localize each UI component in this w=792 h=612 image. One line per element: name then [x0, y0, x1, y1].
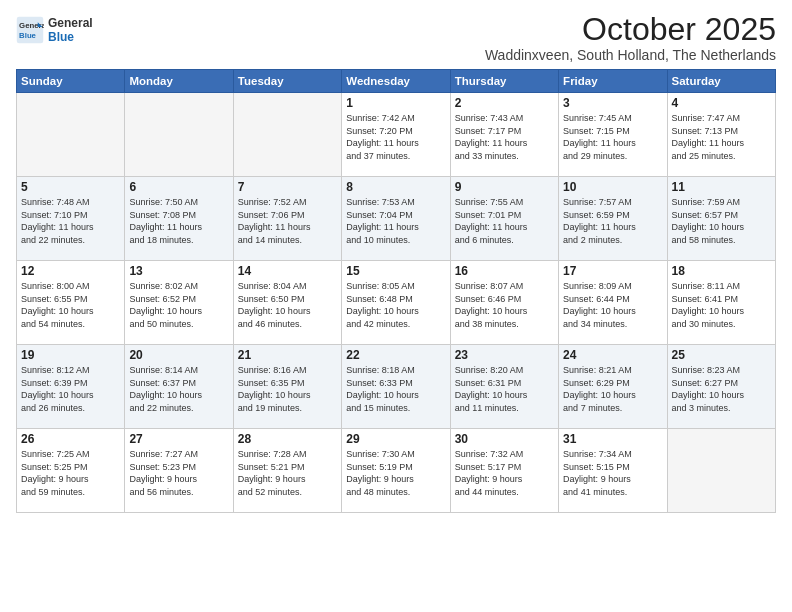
table-row: 16Sunrise: 8:07 AMSunset: 6:46 PMDayligh… [450, 261, 558, 345]
table-row: 29Sunrise: 7:30 AMSunset: 5:19 PMDayligh… [342, 429, 450, 513]
table-row: 14Sunrise: 8:04 AMSunset: 6:50 PMDayligh… [233, 261, 341, 345]
table-row: 13Sunrise: 8:02 AMSunset: 6:52 PMDayligh… [125, 261, 233, 345]
day-info: Sunrise: 8:09 AMSunset: 6:44 PMDaylight:… [563, 280, 662, 330]
header-friday: Friday [559, 70, 667, 93]
calendar-table: Sunday Monday Tuesday Wednesday Thursday… [16, 69, 776, 513]
header-thursday: Thursday [450, 70, 558, 93]
table-row: 1Sunrise: 7:42 AMSunset: 7:20 PMDaylight… [342, 93, 450, 177]
table-row: 7Sunrise: 7:52 AMSunset: 7:06 PMDaylight… [233, 177, 341, 261]
table-row: 28Sunrise: 7:28 AMSunset: 5:21 PMDayligh… [233, 429, 341, 513]
day-info: Sunrise: 8:18 AMSunset: 6:33 PMDaylight:… [346, 364, 445, 414]
table-row [233, 93, 341, 177]
day-info: Sunrise: 7:53 AMSunset: 7:04 PMDaylight:… [346, 196, 445, 246]
table-row: 9Sunrise: 7:55 AMSunset: 7:01 PMDaylight… [450, 177, 558, 261]
day-info: Sunrise: 7:34 AMSunset: 5:15 PMDaylight:… [563, 448, 662, 498]
day-number: 31 [563, 432, 662, 446]
day-number: 23 [455, 348, 554, 362]
location: Waddinxveen, South Holland, The Netherla… [485, 47, 776, 63]
day-info: Sunrise: 7:48 AMSunset: 7:10 PMDaylight:… [21, 196, 120, 246]
day-info: Sunrise: 7:55 AMSunset: 7:01 PMDaylight:… [455, 196, 554, 246]
title-block: October 2025 Waddinxveen, South Holland,… [485, 12, 776, 63]
calendar-week-row: 1Sunrise: 7:42 AMSunset: 7:20 PMDaylight… [17, 93, 776, 177]
day-number: 3 [563, 96, 662, 110]
header-monday: Monday [125, 70, 233, 93]
table-row: 11Sunrise: 7:59 AMSunset: 6:57 PMDayligh… [667, 177, 775, 261]
day-number: 9 [455, 180, 554, 194]
table-row [17, 93, 125, 177]
table-row: 19Sunrise: 8:12 AMSunset: 6:39 PMDayligh… [17, 345, 125, 429]
day-info: Sunrise: 7:59 AMSunset: 6:57 PMDaylight:… [672, 196, 771, 246]
day-number: 6 [129, 180, 228, 194]
header-saturday: Saturday [667, 70, 775, 93]
day-number: 25 [672, 348, 771, 362]
table-row: 21Sunrise: 8:16 AMSunset: 6:35 PMDayligh… [233, 345, 341, 429]
svg-text:Blue: Blue [19, 31, 37, 40]
header-sunday: Sunday [17, 70, 125, 93]
table-row [125, 93, 233, 177]
table-row: 3Sunrise: 7:45 AMSunset: 7:15 PMDaylight… [559, 93, 667, 177]
day-info: Sunrise: 8:14 AMSunset: 6:37 PMDaylight:… [129, 364, 228, 414]
day-info: Sunrise: 8:04 AMSunset: 6:50 PMDaylight:… [238, 280, 337, 330]
day-number: 20 [129, 348, 228, 362]
calendar-week-row: 26Sunrise: 7:25 AMSunset: 5:25 PMDayligh… [17, 429, 776, 513]
table-row: 4Sunrise: 7:47 AMSunset: 7:13 PMDaylight… [667, 93, 775, 177]
day-info: Sunrise: 8:20 AMSunset: 6:31 PMDaylight:… [455, 364, 554, 414]
logo: General Blue General Blue [16, 16, 93, 44]
day-number: 11 [672, 180, 771, 194]
weekday-header-row: Sunday Monday Tuesday Wednesday Thursday… [17, 70, 776, 93]
day-number: 30 [455, 432, 554, 446]
table-row: 25Sunrise: 8:23 AMSunset: 6:27 PMDayligh… [667, 345, 775, 429]
day-info: Sunrise: 8:00 AMSunset: 6:55 PMDaylight:… [21, 280, 120, 330]
day-info: Sunrise: 7:27 AMSunset: 5:23 PMDaylight:… [129, 448, 228, 498]
day-number: 19 [21, 348, 120, 362]
day-info: Sunrise: 7:25 AMSunset: 5:25 PMDaylight:… [21, 448, 120, 498]
day-info: Sunrise: 8:05 AMSunset: 6:48 PMDaylight:… [346, 280, 445, 330]
table-row: 8Sunrise: 7:53 AMSunset: 7:04 PMDaylight… [342, 177, 450, 261]
day-number: 14 [238, 264, 337, 278]
table-row: 18Sunrise: 8:11 AMSunset: 6:41 PMDayligh… [667, 261, 775, 345]
table-row: 12Sunrise: 8:00 AMSunset: 6:55 PMDayligh… [17, 261, 125, 345]
table-row: 26Sunrise: 7:25 AMSunset: 5:25 PMDayligh… [17, 429, 125, 513]
calendar-week-row: 19Sunrise: 8:12 AMSunset: 6:39 PMDayligh… [17, 345, 776, 429]
day-info: Sunrise: 8:12 AMSunset: 6:39 PMDaylight:… [21, 364, 120, 414]
table-row: 2Sunrise: 7:43 AMSunset: 7:17 PMDaylight… [450, 93, 558, 177]
table-row: 20Sunrise: 8:14 AMSunset: 6:37 PMDayligh… [125, 345, 233, 429]
day-info: Sunrise: 8:23 AMSunset: 6:27 PMDaylight:… [672, 364, 771, 414]
table-row: 5Sunrise: 7:48 AMSunset: 7:10 PMDaylight… [17, 177, 125, 261]
day-number: 1 [346, 96, 445, 110]
table-row: 17Sunrise: 8:09 AMSunset: 6:44 PMDayligh… [559, 261, 667, 345]
day-number: 5 [21, 180, 120, 194]
table-row: 6Sunrise: 7:50 AMSunset: 7:08 PMDaylight… [125, 177, 233, 261]
calendar-week-row: 12Sunrise: 8:00 AMSunset: 6:55 PMDayligh… [17, 261, 776, 345]
day-number: 21 [238, 348, 337, 362]
calendar-page: General Blue General Blue October 2025 W… [0, 0, 792, 612]
table-row: 27Sunrise: 7:27 AMSunset: 5:23 PMDayligh… [125, 429, 233, 513]
day-number: 10 [563, 180, 662, 194]
day-number: 28 [238, 432, 337, 446]
day-number: 29 [346, 432, 445, 446]
table-row: 23Sunrise: 8:20 AMSunset: 6:31 PMDayligh… [450, 345, 558, 429]
day-number: 24 [563, 348, 662, 362]
logo-general-text: General [48, 16, 93, 30]
day-info: Sunrise: 7:57 AMSunset: 6:59 PMDaylight:… [563, 196, 662, 246]
table-row: 22Sunrise: 8:18 AMSunset: 6:33 PMDayligh… [342, 345, 450, 429]
header: General Blue General Blue October 2025 W… [16, 12, 776, 63]
logo-blue-text: Blue [48, 30, 93, 44]
day-number: 15 [346, 264, 445, 278]
day-number: 13 [129, 264, 228, 278]
day-info: Sunrise: 7:30 AMSunset: 5:19 PMDaylight:… [346, 448, 445, 498]
day-info: Sunrise: 7:28 AMSunset: 5:21 PMDaylight:… [238, 448, 337, 498]
day-number: 4 [672, 96, 771, 110]
day-info: Sunrise: 7:52 AMSunset: 7:06 PMDaylight:… [238, 196, 337, 246]
day-number: 7 [238, 180, 337, 194]
day-info: Sunrise: 7:45 AMSunset: 7:15 PMDaylight:… [563, 112, 662, 162]
day-number: 26 [21, 432, 120, 446]
table-row: 15Sunrise: 8:05 AMSunset: 6:48 PMDayligh… [342, 261, 450, 345]
day-number: 16 [455, 264, 554, 278]
day-info: Sunrise: 8:07 AMSunset: 6:46 PMDaylight:… [455, 280, 554, 330]
table-row: 30Sunrise: 7:32 AMSunset: 5:17 PMDayligh… [450, 429, 558, 513]
day-info: Sunrise: 7:43 AMSunset: 7:17 PMDaylight:… [455, 112, 554, 162]
day-number: 12 [21, 264, 120, 278]
table-row: 10Sunrise: 7:57 AMSunset: 6:59 PMDayligh… [559, 177, 667, 261]
day-info: Sunrise: 8:02 AMSunset: 6:52 PMDaylight:… [129, 280, 228, 330]
